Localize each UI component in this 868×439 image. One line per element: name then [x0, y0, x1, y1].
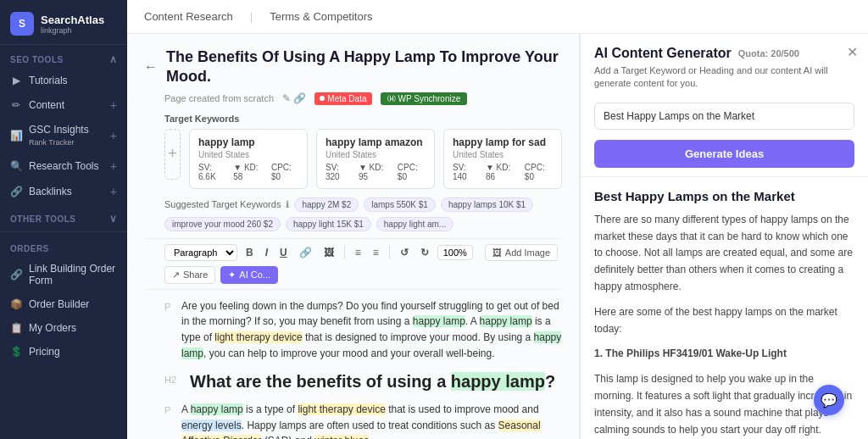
sidebar-item-gsc[interactable]: 📊 GSC Insights Rank Tracker +	[0, 118, 127, 153]
ai-panel-close-button[interactable]: ✕	[847, 44, 858, 60]
back-button[interactable]: ←	[144, 59, 158, 75]
page-created: Page created from scratch	[164, 93, 274, 103]
editor-container: ← The Benefits Of Using A Happy Lamp To …	[127, 34, 868, 439]
research-icon: 🔍	[10, 160, 22, 172]
content-plus-icon[interactable]: +	[110, 98, 117, 112]
ai-keyword-input[interactable]	[594, 103, 854, 130]
pricing-label: Pricing	[29, 346, 117, 358]
link-button[interactable]: 🔗	[296, 245, 315, 260]
kw-name-0: happy lamp	[198, 136, 298, 148]
ai-button[interactable]: ✦ AI Co...	[220, 266, 278, 284]
p2-marker: P	[164, 402, 173, 439]
kw-metrics-1: SV: 320 ▼ KD: 95 CPC: $0	[326, 163, 426, 181]
underline-button[interactable]: U	[276, 245, 291, 260]
add-image-button[interactable]: 🖼 Add Image	[485, 244, 558, 261]
page-meta: Page created from scratch ✎ 🔗 Meta Data …	[144, 92, 562, 105]
tutorials-label: Tutorials	[29, 75, 117, 86]
suggested-tag-2[interactable]: happy lamps 10K $1	[441, 197, 533, 212]
p2-text[interactable]: A happy lamp is a type of light therapy …	[181, 402, 562, 439]
ai-description: Add a Target Keyword or Heading and our …	[594, 64, 854, 91]
kw-country-0: United States	[198, 150, 298, 159]
p1-text[interactable]: Are you feeling down in the dumps? Do yo…	[181, 298, 562, 361]
suggested-tag-0[interactable]: happy 2M $2	[294, 197, 359, 212]
my-orders-icon: 📋	[10, 322, 22, 334]
sidebar-item-content[interactable]: ✏ Content +	[0, 92, 127, 118]
pricing-icon: 💲	[10, 346, 22, 358]
share-button[interactable]: ↗ Share	[164, 266, 215, 284]
logo-text: SearchAtlas linkgraph	[41, 14, 104, 35]
nav-terms-competitors[interactable]: Terms & Competitors	[270, 7, 372, 26]
gsc-plus-icon[interactable]: +	[110, 129, 117, 142]
format-select[interactable]: Paragraph Heading 1 Heading 2	[164, 244, 237, 261]
sync-badge[interactable]: 🄦 WP Synchronize	[381, 92, 468, 105]
order-builder-icon: 📦	[10, 298, 22, 310]
link-building-label: Link Building Order Form	[29, 263, 117, 286]
add-image-icon: 🖼	[492, 247, 502, 258]
ol-button[interactable]: ≡	[370, 245, 382, 260]
orders-label: ORDERS	[0, 236, 127, 257]
p1-marker: P	[164, 298, 173, 361]
redo-button[interactable]: ↻	[417, 245, 432, 260]
logo-sub: linkgraph	[41, 26, 104, 35]
link-building-icon: 🔗	[10, 269, 22, 281]
italic-button[interactable]: I	[262, 245, 271, 260]
meta-badge[interactable]: Meta Data	[314, 92, 371, 105]
gsc-icon: 📊	[10, 130, 22, 142]
zoom-level[interactable]: 100%	[437, 245, 473, 260]
keyword-card-2: happy lamp for sad United States SV: 140…	[443, 129, 562, 189]
p2-row: P A happy lamp is a type of light therap…	[164, 402, 562, 439]
sidebar-item-tutorials[interactable]: ▶ Tutorials	[0, 69, 127, 92]
kw-metrics-2: SV: 140 ▼ KD: 86 CPC: $0	[453, 163, 553, 181]
logo-main: SearchAtlas	[41, 14, 104, 26]
editor-panel: ← The Benefits Of Using A Happy Lamp To …	[127, 34, 580, 439]
keywords-grid: + happy lamp United States SV: 6.6K ▼ KD…	[144, 129, 562, 189]
toolbar-row: Paragraph Heading 1 Heading 2 B I U 🔗 🖼 …	[144, 238, 562, 290]
ai-content-title: Best Happy Lamps on the Market	[594, 189, 854, 203]
ai-body-p1: Here are some of the best happy lamps on…	[594, 304, 854, 338]
kw-name-1: happy lamp amazon	[326, 136, 426, 148]
keyword-card-0: happy lamp United States SV: 6.6K ▼ KD: …	[189, 129, 308, 189]
research-label: Research Tools	[29, 160, 103, 172]
research-plus-icon[interactable]: +	[110, 159, 117, 173]
meta-dot	[320, 96, 325, 101]
suggested-info-icon: ℹ	[286, 199, 289, 210]
sidebar-item-link-building[interactable]: 🔗 Link Building Order Form	[0, 257, 127, 292]
sidebar-item-order-builder[interactable]: 📦 Order Builder	[0, 292, 127, 316]
my-orders-label: My Orders	[29, 322, 117, 334]
suggested-tag-3[interactable]: improve your mood 260 $2	[164, 217, 281, 231]
sidebar-item-pricing[interactable]: 💲 Pricing	[0, 340, 127, 364]
toolbar-divider-1	[344, 246, 345, 259]
bold-button[interactable]: B	[242, 245, 257, 260]
editor-title: The Benefits Of Using A Happy Lamp To Im…	[166, 47, 562, 87]
ai-panel: ✕ AI Content Generator Quota: 20/500 Add…	[580, 34, 868, 439]
suggested-tag-4[interactable]: happy light 15K $1	[286, 217, 371, 231]
top-nav: Content Research | Terms & Competitors	[127, 0, 868, 34]
ai-panel-header: ✕ AI Content Generator Quota: 20/500 Add…	[581, 34, 868, 177]
h2-marker: H2	[164, 368, 181, 395]
sidebar-item-research[interactable]: 🔍 Research Tools +	[0, 153, 127, 179]
logo-icon: S	[10, 12, 34, 36]
undo-button[interactable]: ↺	[397, 245, 412, 260]
nav-content-research[interactable]: Content Research	[144, 7, 233, 26]
add-keyword-button[interactable]: +	[164, 129, 181, 180]
suggested-tag-5[interactable]: happy light am...	[376, 217, 453, 231]
ai-quota: Quota: 20/500	[738, 48, 799, 58]
editor-title-row: ← The Benefits Of Using A Happy Lamp To …	[144, 47, 562, 87]
backlinks-plus-icon[interactable]: +	[110, 185, 117, 198]
wp-icon: 🄦	[387, 94, 396, 103]
editor-content: P Are you feeling down in the dumps? Do …	[144, 298, 562, 439]
chat-icon[interactable]: 💬	[814, 385, 844, 415]
suggested-tag-1[interactable]: lamps 550K $1	[364, 197, 436, 212]
backlinks-icon: 🔗	[10, 186, 22, 197]
content-icon: ✏	[10, 99, 22, 111]
h2-text[interactable]: What are the benefits of using a happy l…	[190, 368, 555, 395]
ul-button[interactable]: ≡	[352, 245, 364, 260]
nav-separator: |	[250, 10, 253, 23]
sidebar-item-my-orders[interactable]: 📋 My Orders	[0, 316, 127, 340]
media-button[interactable]: 🖼	[320, 245, 337, 260]
generate-ideas-button[interactable]: Generate Ideas	[594, 140, 854, 168]
ai-body-p2: 1. The Philips HF3419/01 Wake-Up Light	[594, 346, 854, 363]
kw-name-2: happy lamp for sad	[453, 136, 553, 148]
sidebar-item-backlinks[interactable]: 🔗 Backlinks +	[0, 179, 127, 204]
kw-country-2: United States	[453, 150, 553, 159]
